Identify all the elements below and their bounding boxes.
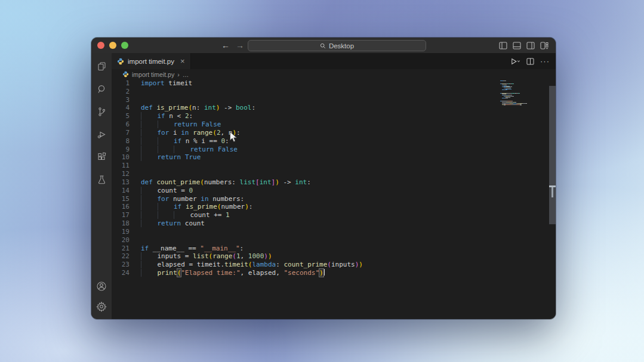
- python-file-icon: [122, 71, 129, 78]
- activity-bar: [91, 53, 112, 319]
- editor-scrollbar[interactable]: [549, 86, 556, 224]
- tab-label: import timeit.py: [128, 58, 174, 65]
- code-line[interactable]: 6 return False: [112, 120, 556, 129]
- line-number: 15: [112, 195, 130, 203]
- code-line[interactable]: 1import timeit: [112, 79, 556, 88]
- code-line[interactable]: 14 count = 0: [112, 187, 556, 195]
- split-editor-icon[interactable]: [526, 58, 534, 65]
- code-line[interactable]: 23 elapsed = timeit.timeit(lambda: count…: [112, 261, 556, 269]
- line-number: 19: [112, 228, 130, 236]
- line-number: 2: [112, 88, 130, 96]
- line-number: 24: [112, 269, 130, 277]
- line-number: 13: [112, 178, 130, 187]
- customize-layout-icon[interactable]: [540, 42, 549, 49]
- settings-gear-icon[interactable]: [96, 301, 107, 312]
- command-center-search[interactable]: Desktop: [248, 40, 426, 51]
- history-nav: ← →: [221, 38, 244, 53]
- minimap[interactable]: [500, 81, 524, 105]
- line-number: 18: [112, 219, 130, 228]
- code-line[interactable]: 20: [112, 236, 556, 245]
- code-line[interactable]: 2: [112, 88, 556, 96]
- text-caret: [324, 269, 325, 276]
- line-number: 23: [112, 261, 130, 269]
- code-line[interactable]: 18 return count: [112, 219, 556, 228]
- code-line[interactable]: 7 for i in range(2, n):: [112, 129, 556, 137]
- mouse-cursor: [229, 131, 238, 143]
- line-number: 7: [112, 129, 130, 137]
- tab-import-timeit[interactable]: import timeit.py ×: [112, 53, 191, 69]
- line-number: 4: [112, 104, 130, 112]
- line-number: 8: [112, 137, 130, 146]
- code-line[interactable]: 16 if is_prime(number):: [112, 203, 556, 211]
- minimize-window-button[interactable]: [109, 42, 116, 49]
- scrollbar-handle-stem[interactable]: [551, 187, 553, 197]
- line-number: 5: [112, 112, 130, 120]
- run-and-debug-icon[interactable]: [96, 129, 107, 140]
- search-icon: [320, 43, 326, 49]
- line-number: 10: [112, 153, 130, 162]
- explorer-icon[interactable]: [96, 61, 107, 72]
- source-control-icon[interactable]: [96, 106, 107, 117]
- code-line[interactable]: 24 print("Elapsed time:", elapsed, "seco…: [112, 269, 556, 277]
- code-line[interactable]: 21if __name__ == "__main__":: [112, 245, 556, 253]
- line-number: 1: [112, 79, 130, 88]
- toggle-secondary-sidebar-icon[interactable]: [526, 42, 535, 49]
- code-editor[interactable]: 1import timeit234def is_prime(n: int) ->…: [112, 79, 556, 319]
- tab-close-icon[interactable]: ×: [180, 57, 185, 66]
- line-number: 17: [112, 211, 130, 219]
- line-number: 11: [112, 162, 130, 170]
- code-line[interactable]: 19: [112, 228, 556, 236]
- forward-arrow-icon[interactable]: →: [236, 41, 244, 50]
- run-python-file-button[interactable]: [511, 58, 520, 65]
- toggle-panel-icon[interactable]: [513, 42, 521, 49]
- line-number: 6: [112, 120, 130, 129]
- testing-icon[interactable]: [96, 174, 107, 185]
- traffic-lights: [97, 38, 128, 53]
- code-line[interactable]: 9 return False: [112, 146, 556, 154]
- code-line[interactable]: 22 inputs = list(range(1, 1000)): [112, 252, 556, 261]
- search-sidebar-icon[interactable]: [96, 83, 107, 94]
- editor-tab-bar: import timeit.py × ···: [112, 53, 556, 69]
- more-actions-icon[interactable]: ···: [540, 57, 550, 66]
- code-line[interactable]: 3: [112, 96, 556, 104]
- breadcrumb-separator: ›: [177, 71, 180, 78]
- breadcrumb-file[interactable]: import timeit.py: [132, 71, 174, 78]
- line-number: 9: [112, 146, 130, 154]
- code-line[interactable]: 15 for number in numbers:: [112, 195, 556, 203]
- vscode-window: ← → Desktop: [91, 38, 556, 319]
- line-number: 3: [112, 96, 130, 104]
- code-line[interactable]: 5 if n < 2:: [112, 112, 556, 120]
- line-number: 12: [112, 170, 130, 178]
- code-line[interactable]: 13def count_prime(numbers: list[int]) ->…: [112, 178, 556, 187]
- extensions-icon[interactable]: [96, 151, 107, 162]
- breadcrumb-more[interactable]: …: [183, 71, 189, 78]
- code-line[interactable]: 17 count += 1: [112, 211, 556, 219]
- back-arrow-icon[interactable]: ←: [221, 41, 230, 50]
- line-number: 20: [112, 236, 130, 245]
- line-number: 16: [112, 203, 130, 211]
- code-line[interactable]: 10 return True: [112, 153, 556, 162]
- code-line[interactable]: 8 if n % i == 0:: [112, 137, 556, 146]
- python-file-icon: [117, 58, 124, 65]
- close-window-button[interactable]: [97, 42, 104, 49]
- zoom-window-button[interactable]: [121, 42, 128, 49]
- breadcrumb[interactable]: import timeit.py › …: [112, 69, 556, 79]
- line-number: 22: [112, 252, 130, 261]
- code-lines[interactable]: 1import timeit234def is_prime(n: int) ->…: [112, 79, 556, 277]
- code-line[interactable]: 11: [112, 162, 556, 170]
- window-titlebar[interactable]: ← → Desktop: [91, 38, 556, 53]
- toggle-primary-sidebar-icon[interactable]: [499, 42, 507, 49]
- accounts-icon[interactable]: [96, 281, 107, 292]
- code-line[interactable]: 4def is_prime(n: int) -> bool:: [112, 104, 556, 112]
- code-line[interactable]: 12: [112, 170, 556, 178]
- line-number: 14: [112, 187, 130, 195]
- line-number: 21: [112, 245, 130, 253]
- search-label: Desktop: [329, 42, 354, 49]
